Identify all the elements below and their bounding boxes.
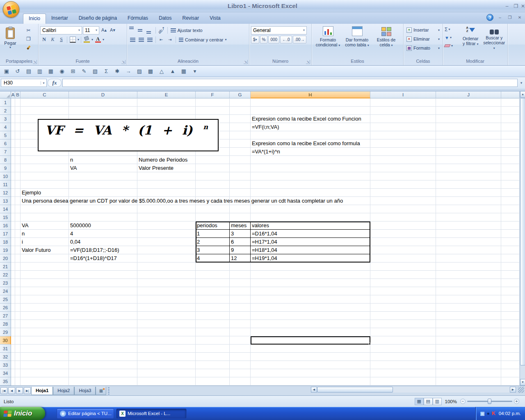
- row-header-18[interactable]: 18: [0, 238, 11, 246]
- tray-status-icon[interactable]: ●: [487, 411, 490, 416]
- alignment-dialog-launcher[interactable]: ↘: [244, 60, 248, 64]
- row-header-5[interactable]: 5: [0, 131, 11, 139]
- align-right-button[interactable]: [146, 36, 154, 43]
- name-box-dropdown-icon[interactable]: ▾: [41, 81, 46, 85]
- minimize-button[interactable]: –: [503, 2, 511, 10]
- font-color-dropdown-icon[interactable]: ▾: [103, 38, 104, 41]
- conditional-formatting-button[interactable]: Formato condicional ▾: [313, 25, 342, 58]
- tray-network-icon[interactable]: ▣: [480, 411, 484, 416]
- arrow-icon[interactable]: →: [124, 67, 132, 75]
- delete-cells-button[interactable]: × Eliminar ▾: [405, 34, 441, 43]
- row-header-34[interactable]: 34: [0, 369, 11, 377]
- cell-F17[interactable]: 1: [196, 230, 230, 238]
- clear-dropdown-icon[interactable]: ▾: [451, 44, 453, 48]
- row-header-26[interactable]: 26: [0, 304, 11, 312]
- fill-handle[interactable]: [369, 343, 371, 345]
- formula-input[interactable]: [62, 79, 518, 87]
- tab-dise-o-de-p-gina[interactable]: Diseño de página: [73, 14, 122, 24]
- sheet-tab-hoja1[interactable]: Hoja1: [31, 387, 53, 395]
- find-select-dropdown-icon[interactable]: ▾: [493, 46, 495, 50]
- fill-button[interactable]: ▼ ▾: [445, 34, 459, 41]
- font-dialog-launcher[interactable]: ↘: [121, 60, 126, 64]
- orientation-button[interactable]: ab↗: [158, 26, 166, 34]
- copy-button[interactable]: ❐: [21, 35, 37, 43]
- row-header-11[interactable]: 11: [0, 180, 11, 189]
- cell-C17[interactable]: n: [21, 230, 25, 238]
- font-name-dropdown-icon[interactable]: ▾: [77, 28, 80, 32]
- cell-F18[interactable]: 2: [196, 238, 230, 246]
- dense-grid-icon[interactable]: ▩: [146, 67, 155, 75]
- cells-region[interactable]: VF=VA*(1+i)n Expresion como la recibe Ex…: [11, 98, 520, 386]
- row-header-1[interactable]: 1: [0, 98, 11, 107]
- cell-G17[interactable]: 3: [230, 230, 251, 238]
- column-header-d[interactable]: D: [69, 91, 137, 98]
- percent-style-button[interactable]: %: [260, 36, 268, 43]
- pattern-icon[interactable]: ▧: [91, 67, 99, 75]
- row-header-28[interactable]: 28: [0, 320, 11, 328]
- row-header-23[interactable]: 23: [0, 279, 11, 287]
- record-icon[interactable]: ◉: [58, 67, 66, 75]
- column-header-a[interactable]: A: [11, 91, 15, 98]
- borders-dropdown-icon[interactable]: ▾: [78, 38, 79, 41]
- autosum-icon[interactable]: Σ: [102, 67, 110, 75]
- taskbar-item-editar-p-gina-tu[interactable]: eEditar página < TU...: [57, 409, 114, 419]
- sheet-grid-icon[interactable]: ▦: [180, 67, 188, 75]
- conditional-formatting-dropdown-icon[interactable]: ▾: [338, 43, 340, 47]
- align-left-button[interactable]: [129, 36, 137, 43]
- start-button[interactable]: Inicio: [0, 407, 45, 420]
- help-icon[interactable]: ?: [486, 14, 493, 21]
- tab-datos[interactable]: Datos: [153, 14, 177, 24]
- office-button[interactable]: [3, 1, 19, 18]
- column-header-blank[interactable]: [501, 91, 520, 98]
- paste-button[interactable]: Pegar ▾: [2, 25, 19, 55]
- insert-worksheet-button[interactable]: ▦✱: [96, 387, 106, 395]
- column-header-g[interactable]: G: [230, 91, 251, 98]
- font-color-button[interactable]: A: [94, 36, 102, 43]
- accounting-format-button-dropdown-icon[interactable]: ▾: [256, 38, 257, 41]
- column-header-c[interactable]: C: [21, 91, 69, 98]
- asterisk-icon[interactable]: ✱: [113, 67, 121, 75]
- format-cells-button[interactable]: ▦ Formato ▾: [405, 43, 441, 52]
- align-center-button[interactable]: [137, 36, 145, 43]
- cell-C16[interactable]: VA: [21, 221, 28, 230]
- row-header-27[interactable]: 27: [0, 312, 11, 320]
- row-header-17[interactable]: 17: [0, 230, 11, 238]
- merge-center-dropdown-icon[interactable]: ▾: [225, 38, 227, 41]
- insert-function-button[interactable]: fx: [48, 79, 62, 87]
- scroll-left-icon[interactable]: ◀: [311, 387, 317, 393]
- cell-H20[interactable]: =H19*1,04: [251, 254, 370, 262]
- column-header-f[interactable]: F: [196, 91, 230, 98]
- normal-view-button[interactable]: ▦: [415, 398, 424, 405]
- increase-decimal-button[interactable]: ←.0: [280, 36, 292, 43]
- tab-inicio[interactable]: Inicio: [23, 14, 46, 24]
- workbook-minimize-button[interactable]: –: [496, 14, 504, 21]
- row-header-4[interactable]: 4: [0, 123, 11, 131]
- cell-G18[interactable]: 6: [230, 238, 251, 246]
- row-header-20[interactable]: 20: [0, 254, 11, 262]
- fill-color-dropdown-icon[interactable]: ▾: [91, 38, 93, 41]
- cell-styles-button[interactable]: Estilos de celda ▾: [372, 25, 401, 58]
- last-sheet-button[interactable]: ▶|: [24, 387, 31, 394]
- comma-style-button[interactable]: 000: [268, 36, 279, 43]
- align-middle-button[interactable]: [137, 26, 145, 34]
- previous-sheet-button[interactable]: ◀: [8, 387, 15, 394]
- active-cell-selection[interactable]: [251, 336, 370, 345]
- grid-icon[interactable]: ▦: [47, 67, 55, 75]
- cell-D19[interactable]: =VF(D18;D17;;-D16): [69, 246, 119, 254]
- shade-icon[interactable]: ▨: [135, 67, 144, 75]
- tab-f-rmulas[interactable]: Fórmulas: [122, 14, 153, 24]
- tab-vista[interactable]: Vista: [204, 14, 226, 24]
- merge-center-button[interactable]: Combinar y centrar ▾: [178, 35, 228, 44]
- zoom-track[interactable]: [467, 401, 512, 402]
- cell-H17[interactable]: =D16*1,04: [251, 230, 370, 238]
- sheet-tab-hoja3[interactable]: Hoja3: [74, 387, 96, 395]
- cell-F16[interactable]: periodos: [196, 221, 230, 230]
- paste-dropdown-icon[interactable]: ▾: [9, 46, 11, 49]
- row-header-35[interactable]: 35: [0, 377, 11, 386]
- cell-D17[interactable]: 4: [69, 230, 73, 238]
- number-format-combo[interactable]: General ▾: [251, 26, 307, 34]
- page-break-view-button[interactable]: ▥: [433, 398, 442, 405]
- increase-indent-button[interactable]: ⇥: [166, 36, 174, 43]
- select-all-corner[interactable]: [0, 91, 11, 98]
- insert-cells-dropdown-icon[interactable]: ▾: [438, 28, 440, 32]
